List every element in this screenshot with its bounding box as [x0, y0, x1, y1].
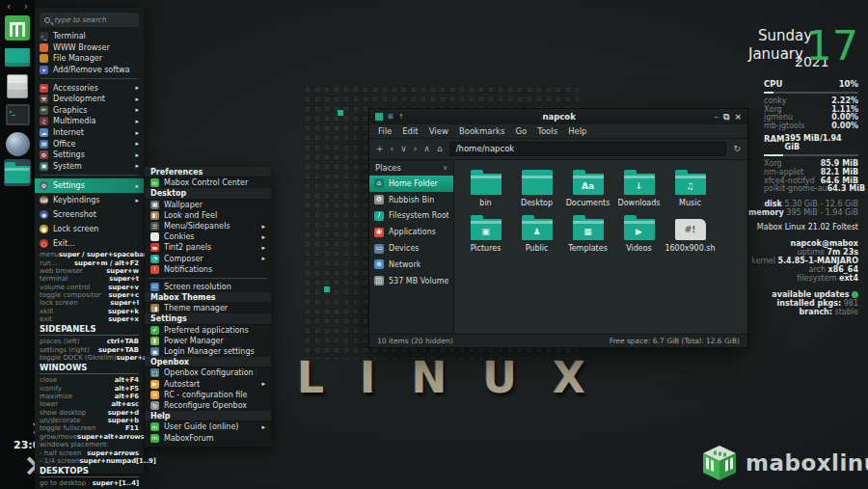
submenu-item[interactable]: Settings ▸ [145, 313, 271, 324]
place-item[interactable]: / Filesystem Root [369, 208, 453, 225]
place-item[interactable]: ⊕ Network [369, 257, 453, 273]
submenu-item[interactable]: ▬ Tint2 panels ▸ [145, 242, 271, 253]
hotkey-row: lock screen super+l [35, 299, 144, 307]
places-header[interactable]: Places ∨ [369, 161, 453, 176]
place-item[interactable]: ⌂ Home Folder [369, 176, 453, 192]
submenu-item[interactable]: □ Openbox Configuration Manager ▸ [145, 367, 271, 378]
menu-category[interactable]: ⚒ Development ▸ [35, 94, 144, 105]
submenu-item[interactable]: ↻ Reconfigure Openbox ▸ [145, 400, 271, 411]
sticky-icon[interactable]: ⊞ [388, 113, 393, 121]
submenu-item[interactable]: ▶ Autostart ▸ [145, 379, 271, 390]
new-tab-icon[interactable]: + [376, 145, 384, 153]
file-item[interactable]: #! 1600x900.sh [665, 214, 716, 253]
submenu-item[interactable]: ≡ RC - configuration file ▸ [145, 390, 271, 400]
file-item[interactable]: Aa Documents [562, 169, 613, 207]
submenu-item[interactable]: m MaboxForum ▸ [145, 433, 271, 444]
action-icon: ◉ [40, 210, 48, 219]
menubar-item[interactable]: Bookmarks [459, 126, 505, 136]
submenu-item[interactable]: ▮ Power Manager ▸ [145, 336, 271, 346]
home-icon[interactable]: ⌂ [437, 145, 443, 153]
menu-action[interactable]: ● Lock screen ▸ [35, 222, 144, 236]
menu-category[interactable]: ♫ Multimedia ▸ [35, 116, 144, 127]
submenu-item[interactable]: ☰ Menu/Sidepanels ▸ [145, 221, 271, 231]
submenu-item[interactable]: Conkies ▸ [145, 231, 271, 242]
dock-prev-icon[interactable]: ‹ [7, 1, 11, 12]
file-item[interactable]: ▣ Pictures [460, 214, 511, 253]
close-button[interactable]: × [734, 113, 742, 122]
titlebar[interactable]: ⊞ ↑ napcok – ⧉ × [369, 109, 747, 124]
dock-archive-launcher[interactable] [4, 72, 31, 99]
submenu-item[interactable]: Mabox Themes ▸ [145, 292, 271, 303]
dock-browser-launcher[interactable] [4, 130, 31, 157]
submenu-item[interactable]: Preferences ▸ [145, 167, 271, 177]
menubar-item[interactable]: Tools [537, 126, 557, 136]
menu-category[interactable]: ✂ Accessories ▸ [35, 82, 144, 94]
forward-icon[interactable]: › [414, 145, 418, 153]
minimize-button[interactable]: – [715, 113, 719, 122]
submenu-item[interactable]: ▦ Wallpaper ▸ [145, 200, 271, 210]
submenu-item[interactable]: ◨ Theme manager ▸ [145, 303, 271, 313]
up-icon[interactable]: ∧ [423, 145, 430, 153]
dock-terminal-launcher[interactable]: ›_ [4, 101, 31, 128]
submenu-item[interactable]: m Mabox Control Center ▸ [145, 177, 271, 188]
submenu-item[interactable]: ✔ Preferred applications ▸ [145, 325, 271, 336]
menu-item[interactable]: File Manager ▸ [35, 53, 144, 65]
submenu-item[interactable]: Openbox ▸ [145, 357, 271, 367]
menu-action[interactable]: ○ Exit... ▸ [35, 236, 144, 251]
file-item[interactable]: bin [460, 169, 511, 207]
maximize-button[interactable]: ⧉ [723, 113, 729, 122]
menu-category[interactable]: ▣ System ▸ [35, 161, 144, 173]
submenu-item[interactable]: ◧ Look and Feel ▸ [145, 210, 271, 221]
menubar-item[interactable]: Edit [402, 126, 418, 136]
menu-action[interactable]: ⚙ Settings ▸ [35, 178, 144, 193]
menu-item[interactable]: ›_ Terminal ▸ [35, 31, 144, 42]
submenu-item[interactable]: m User Guide (online) ▸ [145, 421, 271, 432]
menubar-item[interactable]: View [429, 126, 448, 136]
menubar-item[interactable]: File [378, 126, 392, 136]
submenu-arrow-icon: ▸ [135, 140, 139, 148]
submenu-arrow-icon: ▸ [135, 182, 139, 190]
place-item[interactable]: ▭ Devices [369, 240, 453, 257]
menu-category[interactable]: ☁ Internet ▸ [35, 127, 144, 139]
submenu-item[interactable]: ▣ Login Manager settings ▸ [145, 346, 271, 357]
file-item[interactable]: ↓ Downloads [613, 169, 665, 207]
shade-icon[interactable]: ↑ [398, 113, 404, 121]
file-item[interactable]: ▶ Videos [613, 214, 665, 253]
dock-desktop-launcher[interactable] [4, 43, 31, 70]
dock-next-icon[interactable]: › [24, 1, 28, 12]
menu-category[interactable]: ⚙ Settings ▸ [35, 149, 144, 161]
cpu-process-list: conky2.22% Xorg1.11% jgmenu0.00% mb-jgto… [764, 97, 858, 130]
menu-item[interactable]: WWW Browser ▸ [35, 42, 144, 54]
submenu-item[interactable]: ▸ [149, 275, 267, 279]
submenu-item[interactable]: Help ▸ [145, 411, 271, 421]
hotkey-row: toggle compositor super+c [35, 291, 144, 299]
menubar-item[interactable]: Go [515, 126, 527, 136]
history-icon[interactable]: ∨ [400, 145, 407, 153]
submenu-item[interactable]: Desktop ▸ [145, 188, 271, 199]
menu-action[interactable]: ⌨ Keybindings ▸ [35, 193, 144, 207]
file-item[interactable]: Desktop [511, 169, 562, 207]
dock-mabox-launcher[interactable] [4, 14, 31, 41]
dock-filemanager-launcher[interactable] [4, 159, 31, 186]
menu-item[interactable]: ▾ Add/Remove software ▸ [35, 65, 144, 76]
back-icon[interactable]: ‹ [391, 145, 394, 153]
refresh-icon[interactable]: ↻ [733, 145, 741, 153]
place-item[interactable]: ♻ Rubbish Bin [369, 192, 453, 208]
place-icon: / [374, 211, 384, 221]
place-item[interactable]: ◫ 537 MB Volume [369, 273, 453, 289]
file-item[interactable]: ▦ Templates [562, 214, 613, 253]
filemanager-window: ⊞ ↑ napcok – ⧉ × FileEditViewBookmarksGo… [368, 108, 748, 348]
day-number: 17 [805, 21, 858, 69]
menu-action[interactable]: ◉ Screenshot ▸ [35, 207, 144, 222]
submenu-item[interactable]: ◔ Composer ▸ [145, 254, 271, 264]
menu-category[interactable]: ✏ Graphics ▸ [35, 105, 144, 117]
menubar-item[interactable]: Help [568, 126, 586, 136]
search-input[interactable]: type to search [40, 13, 139, 27]
menu-category[interactable]: ▤ Office ▸ [35, 138, 144, 149]
submenu-item[interactable]: ! Notifications ▸ [145, 264, 271, 275]
place-item[interactable]: ◉ Applications [369, 224, 453, 240]
submenu-item[interactable]: ⊡ Screen resolution ▸ [145, 282, 271, 292]
file-item[interactable]: ♫ Music [665, 169, 716, 207]
file-item[interactable]: ♟ Public [511, 214, 562, 253]
path-input[interactable]: /home/napcok [449, 142, 727, 156]
